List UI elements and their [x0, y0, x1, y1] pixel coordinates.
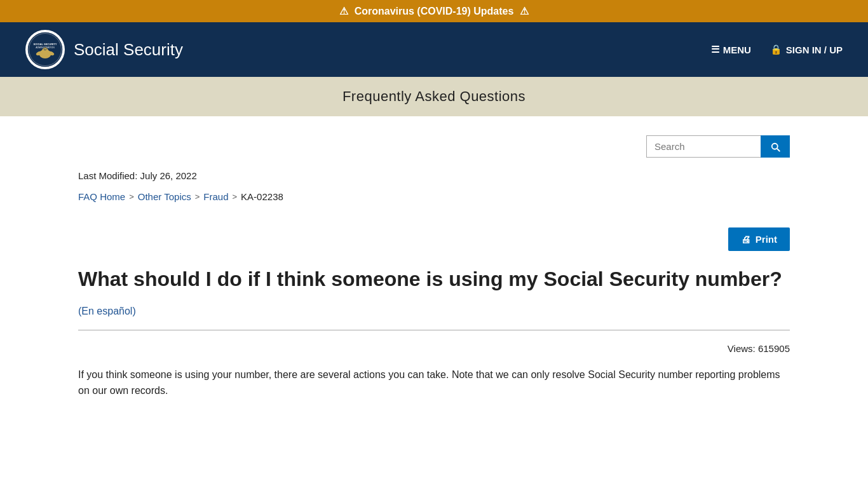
breadcrumb-sep-2: >: [195, 192, 200, 201]
site-logo-link[interactable]: SOCIAL SECURITY ADMINISTRATION Social Se…: [25, 30, 183, 69]
alert-banner: ⚠ Coronavirus (COVID-19) Updates ⚠: [0, 0, 868, 22]
main-content: Last Modified: July 26, 2022 FAQ Home > …: [53, 116, 815, 437]
alert-text[interactable]: Coronavirus (COVID-19) Updates: [355, 6, 514, 17]
page-title-bar: Frequently Asked Questions: [0, 77, 868, 116]
views-row: Views: 615905: [78, 343, 790, 354]
spanish-link[interactable]: (En español): [78, 306, 790, 317]
menu-label: MENU: [723, 44, 751, 55]
menu-link[interactable]: ☰ MENU: [711, 44, 751, 55]
breadcrumb-fraud[interactable]: Fraud: [203, 191, 228, 202]
site-header: SOCIAL SECURITY ADMINISTRATION Social Se…: [0, 22, 868, 77]
search-form: [646, 135, 790, 158]
print-button[interactable]: 🖨 Print: [728, 227, 790, 251]
breadcrumb-other-topics[interactable]: Other Topics: [138, 191, 191, 202]
menu-icon: ☰: [711, 44, 719, 55]
breadcrumb-sep-1: >: [129, 192, 134, 201]
search-row: [78, 135, 790, 158]
printer-icon: 🖨: [741, 234, 750, 245]
breadcrumb-sep-3: >: [233, 192, 238, 201]
lock-icon: 🔒: [770, 44, 782, 55]
svg-point-10: [44, 48, 46, 50]
breadcrumb-faq-home[interactable]: FAQ Home: [78, 191, 125, 202]
last-modified-date: July 26, 2022: [140, 170, 197, 181]
last-modified-label: Last Modified:: [78, 170, 137, 181]
search-icon: [770, 141, 781, 152]
signin-label: SIGN IN / UP: [786, 44, 843, 55]
breadcrumb: FAQ Home > Other Topics > Fraud > KA-022…: [78, 191, 790, 202]
article-body: If you think someone is using your numbe…: [78, 367, 790, 399]
svg-text:SOCIAL SECURITY: SOCIAL SECURITY: [34, 43, 57, 46]
article-body-text: If you think someone is using your numbe…: [78, 367, 790, 399]
ssa-logo: SOCIAL SECURITY ADMINISTRATION: [25, 30, 65, 69]
article-divider: [78, 330, 790, 330]
signin-link[interactable]: 🔒 SIGN IN / UP: [770, 44, 843, 55]
search-input[interactable]: [646, 135, 761, 158]
page-title: Frequently Asked Questions: [25, 88, 843, 105]
last-modified: Last Modified: July 26, 2022: [78, 170, 790, 181]
warning-icon-right: ⚠: [520, 5, 529, 17]
views-label: Views:: [728, 343, 756, 354]
views-count: 615905: [758, 343, 790, 354]
main-nav: ☰ MENU 🔒 SIGN IN / UP: [711, 44, 843, 55]
breadcrumb-current: KA-02238: [241, 191, 283, 202]
print-row: 🖨 Print: [78, 227, 790, 251]
site-name: Social Security: [74, 40, 183, 60]
article-title: What should I do if I think someone is u…: [78, 266, 790, 293]
warning-icon-left: ⚠: [339, 5, 348, 17]
print-label: Print: [756, 234, 777, 245]
search-button[interactable]: [761, 135, 790, 158]
